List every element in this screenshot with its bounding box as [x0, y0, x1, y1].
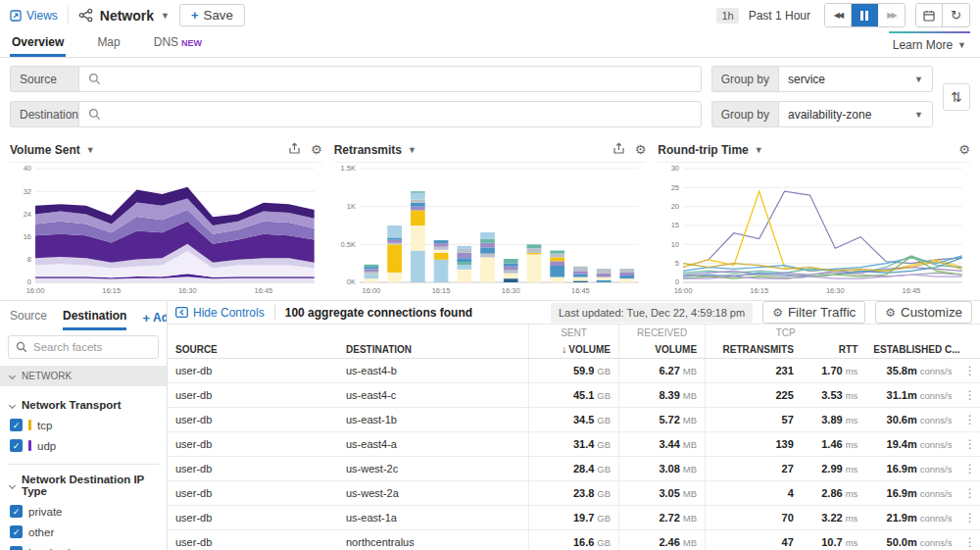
- destination-group-by-select[interactable]: availability-zone ▼: [778, 101, 933, 127]
- tab-overview[interactable]: Overview: [10, 29, 66, 57]
- gear-icon[interactable]: ⚙: [311, 142, 322, 157]
- rewind-button[interactable]: ◀◀: [825, 4, 852, 26]
- svg-text:16:15: 16:15: [431, 286, 450, 295]
- filter-traffic-button[interactable]: ⚙Filter Traffic: [762, 301, 865, 324]
- row-menu-kebab-icon[interactable]: ⋮: [960, 530, 980, 550]
- cell-received-volume: 3.08MB: [619, 457, 706, 481]
- svg-text:20: 20: [671, 202, 679, 211]
- chevron-down-icon: ▼: [914, 75, 923, 84]
- chart-title[interactable]: Volume Sent: [10, 143, 80, 157]
- views-button[interactable]: Views: [10, 9, 58, 23]
- round-trip-time-chart[interactable]: 05101520253016:0016:1516:3016:45: [658, 163, 970, 296]
- cell-unit: conns/s: [920, 464, 953, 475]
- column-received-volume[interactable]: VOLUME: [619, 341, 706, 359]
- retransmits-chart[interactable]: 0K0.5K1K1.5K16:0016:1516:3016:45: [334, 163, 647, 296]
- customize-button[interactable]: ⚙Customize: [875, 301, 972, 324]
- cell-source: user-db: [168, 530, 338, 550]
- pause-button[interactable]: [852, 4, 878, 26]
- column-sent-volume[interactable]: ↓VOLUME: [528, 341, 618, 359]
- facet-tab-destination[interactable]: Destination: [63, 303, 126, 330]
- checkbox-checked[interactable]: ✓: [10, 439, 23, 452]
- column-source[interactable]: SOURCE: [168, 341, 338, 359]
- tab-map[interactable]: Map: [95, 29, 122, 57]
- source-group-by-select[interactable]: service ▼: [778, 66, 933, 92]
- source-search-input[interactable]: [108, 73, 692, 86]
- time-range-badge[interactable]: 1h: [716, 8, 738, 24]
- facet-search-input[interactable]: [33, 341, 151, 353]
- time-range-label[interactable]: Past 1 Hour: [749, 9, 810, 23]
- calendar-button[interactable]: [916, 4, 943, 26]
- table-row[interactable]: user-dbus-west-2a23.8GB3.05MB42.86ms16.9…: [168, 481, 980, 506]
- table-row[interactable]: user-dbus-west-2c28.4GB3.08MB272.99ms16.…: [168, 457, 980, 481]
- gear-icon: ⚙: [885, 306, 896, 320]
- row-menu-kebab-icon[interactable]: ⋮: [960, 383, 980, 408]
- tab-dns[interactable]: DNSNEW: [152, 29, 204, 57]
- row-menu-kebab-icon[interactable]: ⋮: [960, 506, 980, 530]
- gear-icon[interactable]: ⚙: [635, 142, 647, 157]
- cell-unit: conns/s: [920, 537, 953, 548]
- svg-text:10: 10: [671, 240, 679, 249]
- export-icon[interactable]: [612, 142, 625, 155]
- chart-title[interactable]: Round-trip Time: [658, 143, 748, 157]
- facet-group-label: Network Destination IP Type: [22, 474, 157, 497]
- checkbox-checked[interactable]: ✓: [10, 505, 23, 518]
- facet-group-title[interactable]: Network Destination IP Type: [10, 474, 157, 497]
- bottom-section: Source Destination +Add NETWORK Network …: [0, 301, 980, 550]
- export-icon[interactable]: [288, 142, 301, 155]
- top-toolbar: Views Network ▼ + Save 1h Past 1 Hour ◀◀…: [0, 0, 980, 30]
- destination-search-input[interactable]: [108, 108, 692, 122]
- facet-item-other[interactable]: ✓other: [10, 525, 157, 538]
- cell-rtt: 3.89ms: [802, 408, 866, 432]
- facet-section-header[interactable]: NETWORK: [0, 366, 167, 386]
- facet-item-loopback[interactable]: ✓loopback: [10, 546, 157, 550]
- table-row[interactable]: user-dbus-east4-b59.9GB6.27MB2311.70ms35…: [168, 359, 980, 383]
- facet-item-tcp[interactable]: ✓tcp: [10, 419, 157, 431]
- facet-item-private[interactable]: ✓private: [10, 505, 157, 518]
- row-menu-kebab-icon[interactable]: ⋮: [960, 359, 980, 383]
- row-menu-kebab-icon[interactable]: ⋮: [960, 457, 980, 481]
- column-destination[interactable]: DESTINATION: [338, 341, 528, 359]
- row-menu-kebab-icon[interactable]: ⋮: [960, 408, 980, 432]
- pause-icon: [860, 11, 868, 21]
- search-icon: [88, 108, 101, 121]
- facet-tab-source[interactable]: Source: [10, 303, 47, 330]
- gear-icon[interactable]: ⚙: [958, 142, 970, 157]
- volume-sent-chart[interactable]: 081624324016:0016:1516:3016:45: [10, 163, 322, 296]
- fast-forward-button[interactable]: ▶▶: [878, 4, 905, 26]
- customize-label: Customize: [901, 305, 962, 320]
- table-row[interactable]: user-dbus-east4-a31.4GB3.44MB1391.46ms19…: [168, 432, 980, 457]
- chevron-down-icon: ▼: [755, 145, 763, 155]
- cell-value: 139: [775, 438, 793, 450]
- facet-group-title[interactable]: Network Transport: [10, 399, 157, 411]
- row-menu-kebab-icon[interactable]: ⋮: [960, 481, 980, 506]
- cell-value: 3.44: [659, 438, 679, 450]
- checkbox-checked[interactable]: ✓: [10, 525, 23, 538]
- learn-more-dropdown[interactable]: Learn More ▼: [889, 31, 970, 57]
- table-row[interactable]: user-dbus-east-1b34.5GB5.72MB573.89ms30.…: [168, 408, 980, 432]
- save-button[interactable]: + Save: [179, 4, 245, 26]
- page-title[interactable]: Network ▼: [78, 8, 170, 24]
- cell-unit: conns/s: [920, 390, 953, 401]
- checkbox-checked[interactable]: ✓: [10, 419, 23, 431]
- source-group-by: Group by service ▼: [711, 66, 933, 92]
- column-established[interactable]: ESTABLISHED C...: [865, 341, 959, 359]
- facet-tab-destination-label: Destination: [63, 309, 126, 323]
- hide-controls-button[interactable]: Hide Controls: [175, 306, 265, 320]
- swap-source-destination-button[interactable]: ⇅: [943, 83, 970, 111]
- chart-title[interactable]: Retransmits: [334, 143, 402, 157]
- table-group-header-row: SENT RECEIVED TCP: [168, 325, 980, 341]
- facet-item-udp[interactable]: ✓udp: [10, 439, 157, 452]
- cell-received-volume: 2.72MB: [619, 506, 706, 530]
- search-icon: [88, 73, 101, 85]
- table-row[interactable]: user-dbus-east-1a19.7GB2.72MB703.22ms21.…: [168, 506, 980, 530]
- cell-unit: ms: [846, 513, 858, 524]
- table-row[interactable]: user-dbnorthcentralus16.6GB2.46MB4710.7m…: [168, 530, 980, 550]
- column-rtt[interactable]: RTT: [802, 341, 866, 359]
- add-facet-button[interactable]: +Add: [142, 311, 168, 330]
- checkbox-checked[interactable]: ✓: [10, 546, 23, 550]
- table-row[interactable]: user-dbus-east4-c45.1GB8.39MB2253.53ms31…: [168, 383, 980, 408]
- cell-source: user-db: [168, 359, 338, 383]
- refresh-button[interactable]: ↻: [943, 4, 969, 26]
- row-menu-kebab-icon[interactable]: ⋮: [960, 432, 980, 457]
- column-retransmits[interactable]: RETRANSMITS: [706, 341, 802, 359]
